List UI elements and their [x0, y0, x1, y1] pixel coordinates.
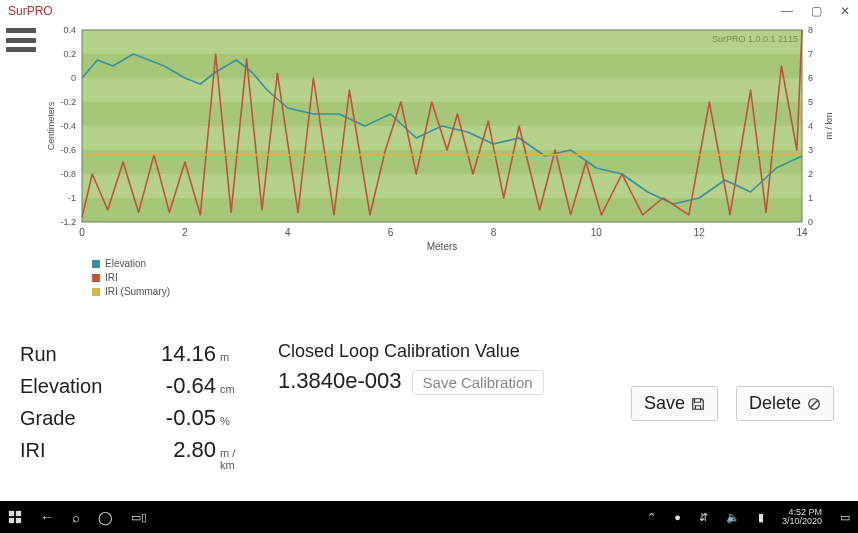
- svg-text:4: 4: [808, 121, 813, 131]
- svg-text:3: 3: [808, 145, 813, 155]
- tray-battery-icon[interactable]: ▮: [758, 511, 764, 524]
- svg-text:Meters: Meters: [427, 241, 458, 252]
- iri-unit: m / km: [220, 447, 250, 471]
- svg-text:-1: -1: [68, 193, 76, 203]
- delete-button[interactable]: Delete: [736, 386, 834, 421]
- svg-rect-48: [9, 518, 14, 523]
- floppy-icon: [691, 397, 705, 411]
- app-title: SurPRO: [8, 4, 53, 18]
- profile-chart: 02468101214-1.2-1-0.8-0.6-0.4-0.200.20.4…: [42, 24, 842, 297]
- svg-text:1: 1: [808, 193, 813, 203]
- svg-line-45: [811, 400, 818, 407]
- back-icon[interactable]: ←: [40, 509, 54, 525]
- svg-text:SurPRO 1.0.0.1 2115: SurPRO 1.0.0.1 2115: [712, 34, 798, 44]
- svg-text:4: 4: [285, 227, 291, 238]
- svg-text:8: 8: [808, 25, 813, 35]
- svg-text:Centimeters: Centimeters: [46, 101, 56, 150]
- svg-text:6: 6: [388, 227, 394, 238]
- calibration-panel: Closed Loop Calibration Value 1.3840e-00…: [278, 341, 544, 471]
- svg-rect-1: [82, 198, 802, 222]
- elevation-value: -0.64: [130, 373, 220, 399]
- save-label: Save: [644, 393, 685, 414]
- svg-text:-0.6: -0.6: [60, 145, 76, 155]
- taskbar-date: 3/10/2020: [782, 517, 822, 526]
- svg-rect-46: [9, 511, 14, 516]
- svg-text:10: 10: [591, 227, 603, 238]
- svg-text:0: 0: [79, 227, 85, 238]
- taskbar-clock[interactable]: 4:52 PM 3/10/2020: [782, 508, 822, 526]
- legend-label: Elevation: [105, 258, 146, 269]
- legend-label: IRI (Summary): [105, 286, 170, 297]
- run-label: Run: [20, 343, 130, 366]
- taskview-icon[interactable]: ▭▯: [131, 511, 147, 524]
- window-titlebar: SurPRO — ▢ ✕: [0, 0, 858, 22]
- tray-volume-icon[interactable]: 🔈: [726, 511, 740, 524]
- iri-label: IRI: [20, 439, 130, 462]
- svg-text:2: 2: [808, 169, 813, 179]
- svg-rect-49: [16, 518, 21, 523]
- menu-button[interactable]: [6, 28, 36, 52]
- svg-text:-0.2: -0.2: [60, 97, 76, 107]
- svg-rect-2: [82, 150, 802, 174]
- windows-taskbar[interactable]: ← ⌕ ◯ ▭▯ ⌃ ● ⇵ 🔈 ▮ 4:52 PM 3/10/2020 ▭: [0, 501, 858, 533]
- stats-readouts: Run 14.16 m Elevation -0.64 cm Grade -0.…: [20, 341, 250, 471]
- calibration-value: 1.3840e-003: [278, 368, 402, 394]
- windows-start-icon[interactable]: [8, 510, 22, 524]
- svg-rect-4: [82, 54, 802, 78]
- save-calibration-button[interactable]: Save Calibration: [412, 370, 544, 395]
- grade-unit: %: [220, 415, 250, 427]
- svg-text:m / km: m / km: [824, 113, 834, 140]
- svg-text:2: 2: [182, 227, 188, 238]
- tray-wifi-icon[interactable]: ⇵: [699, 511, 708, 524]
- svg-text:0.2: 0.2: [63, 49, 76, 59]
- svg-text:7: 7: [808, 49, 813, 59]
- minimize-button[interactable]: —: [781, 4, 793, 18]
- prohibit-icon: [807, 397, 821, 411]
- iri-value: 2.80: [130, 437, 220, 463]
- notifications-icon[interactable]: ▭: [840, 511, 850, 524]
- tray-upload-icon[interactable]: ⌃: [647, 511, 656, 524]
- save-button[interactable]: Save: [631, 386, 718, 421]
- action-bar: Save Delete: [631, 386, 834, 421]
- grade-label: Grade: [20, 407, 130, 430]
- svg-text:6: 6: [808, 73, 813, 83]
- legend-label: IRI: [105, 272, 118, 283]
- svg-text:8: 8: [491, 227, 497, 238]
- svg-text:14: 14: [796, 227, 808, 238]
- run-unit: m: [220, 351, 250, 363]
- svg-text:0: 0: [71, 73, 76, 83]
- app-body: 02468101214-1.2-1-0.8-0.6-0.4-0.200.20.4…: [0, 24, 858, 471]
- elevation-label: Elevation: [20, 375, 130, 398]
- legend-elevation: Elevation: [92, 258, 842, 269]
- restore-button[interactable]: ▢: [811, 4, 822, 18]
- elevation-unit: cm: [220, 383, 250, 395]
- delete-label: Delete: [749, 393, 801, 414]
- svg-rect-3: [82, 102, 802, 126]
- tray-record-icon[interactable]: ●: [674, 511, 681, 523]
- svg-rect-47: [16, 511, 21, 516]
- svg-text:-0.8: -0.8: [60, 169, 76, 179]
- legend-iri: IRI: [92, 272, 842, 283]
- cortana-icon[interactable]: ◯: [98, 510, 113, 525]
- search-icon[interactable]: ⌕: [72, 510, 80, 525]
- svg-text:5: 5: [808, 97, 813, 107]
- svg-text:0.4: 0.4: [63, 25, 76, 35]
- svg-text:12: 12: [694, 227, 706, 238]
- calibration-title: Closed Loop Calibration Value: [278, 341, 544, 362]
- legend-iri-summary: IRI (Summary): [92, 286, 842, 297]
- chart-legend: Elevation IRI IRI (Summary): [92, 258, 842, 297]
- svg-text:-0.4: -0.4: [60, 121, 76, 131]
- run-value: 14.16: [130, 341, 220, 367]
- svg-text:-1.2: -1.2: [60, 217, 76, 227]
- svg-text:0: 0: [808, 217, 813, 227]
- close-button[interactable]: ✕: [840, 4, 850, 18]
- grade-value: -0.05: [130, 405, 220, 431]
